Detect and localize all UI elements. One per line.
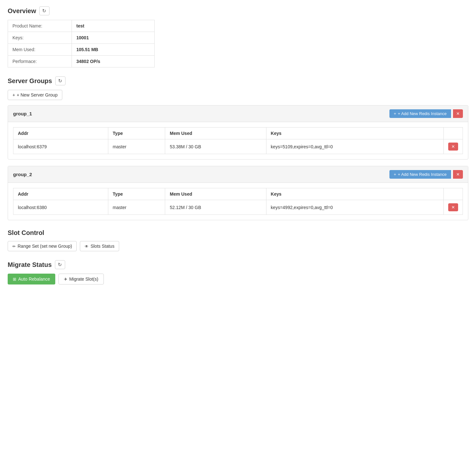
instance-table-wrap-group_2: AddrTypeMem UsedKeys localhost:6380 mast… [8, 183, 468, 220]
server-groups-title: Server Groups [8, 77, 52, 85]
table-row: localhost:6379 master 53.38M / 30 GB key… [13, 139, 463, 154]
overview-row: Mem Used: 105.51 MB [8, 44, 155, 56]
slot-control-section: Slot Control Range Set (set new Group) S… [8, 229, 468, 251]
table-column-header: Mem Used [165, 188, 266, 200]
table-column-header: Keys [266, 188, 443, 200]
overview-row-value: 10001 [72, 32, 155, 44]
delete-group-button[interactable] [453, 109, 463, 118]
delete-instance-button[interactable] [448, 143, 458, 151]
instance-addr: localhost:6380 [13, 200, 108, 215]
overview-row-label: Mem Used: [8, 44, 72, 56]
times-icon [456, 111, 460, 116]
overview-row-value: 34802 OP/s [72, 56, 155, 67]
instance-table-wrap-group_1: AddrTypeMem UsedKeys localhost:6379 mast… [8, 122, 468, 159]
group-card-group_2: group_2 + Add New Redis Instance AddrTyp… [8, 166, 468, 220]
slots-status-label: Slots Status [90, 244, 114, 249]
range-set-label: Range Set (set new Group) [18, 244, 72, 249]
server-groups-refresh-button[interactable] [55, 76, 65, 85]
group-name-group_2: group_2 [13, 172, 32, 177]
instance-mem-used: 52.12M / 30 GB [165, 200, 266, 215]
table-column-header: Keys [266, 128, 443, 139]
add-redis-instance-button[interactable]: + Add New Redis Instance [389, 109, 451, 118]
table-column-header: Type [108, 188, 165, 200]
instance-action-cell [444, 200, 463, 215]
group-name-group_1: group_1 [13, 111, 32, 116]
slot-control-buttons: Range Set (set new Group) Slots Status [8, 241, 468, 251]
server-groups-header: Server Groups [8, 76, 468, 85]
slot-control-title: Slot Control [8, 229, 44, 237]
times-icon [451, 144, 455, 149]
groups-container: group_1 + Add New Redis Instance AddrTyp… [8, 105, 468, 220]
table-row: localhost:6380 master 52.12M / 30 GB key… [13, 200, 463, 215]
overview-row: Product Name: test [8, 20, 155, 32]
overview-table: Product Name: test Keys: 10001 Mem Used:… [8, 20, 155, 67]
slot-control-header: Slot Control [8, 229, 468, 237]
slots-status-button[interactable]: Slots Status [80, 241, 119, 251]
table-column-header: Addr [13, 128, 108, 139]
instance-addr: localhost:6379 [13, 139, 108, 154]
group-actions-group_1: + Add New Redis Instance [389, 109, 463, 118]
overview-row: Performace: 34802 OP/s [8, 56, 155, 67]
group-header-group_1: group_1 + Add New Redis Instance [8, 105, 468, 122]
instance-keys: keys=4992,expires=0,avg_ttl=0 [266, 200, 443, 215]
instance-mem-used: 53.38M / 30 GB [165, 139, 266, 154]
instance-keys: keys=5109,expires=0,avg_ttl=0 [266, 139, 443, 154]
delete-instance-button[interactable] [448, 203, 458, 211]
overview-section: Overview Product Name: test Keys: 10001 … [8, 6, 468, 67]
instance-table-group_1: AddrTypeMem UsedKeys localhost:6379 mast… [13, 127, 463, 154]
overview-row-label: Product Name: [8, 20, 72, 32]
overview-row: Keys: 10001 [8, 32, 155, 44]
refresh-icon [42, 8, 46, 14]
add-redis-instance-button[interactable]: + Add New Redis Instance [389, 170, 451, 179]
group-card-group_1: group_1 + Add New Redis Instance AddrTyp… [8, 105, 468, 160]
refresh-icon [58, 78, 62, 84]
migrate-status-header: Migrate Status [8, 260, 468, 269]
delete-group-button[interactable] [453, 170, 463, 179]
table-column-header: Addr [13, 188, 108, 200]
instance-type: master [108, 200, 165, 215]
pencil-icon [12, 244, 16, 249]
range-set-button[interactable]: Range Set (set new Group) [8, 241, 77, 251]
group-actions-group_2: + Add New Redis Instance [389, 170, 463, 179]
overview-header: Overview [8, 6, 468, 15]
overview-row-value: 105.51 MB [72, 44, 155, 56]
times-icon [456, 172, 460, 177]
server-groups-section: Server Groups + New Server Group group_1… [8, 76, 468, 220]
overview-row-value: test [72, 20, 155, 32]
migrate-status-title: Migrate Status [8, 261, 52, 269]
plane-icon [64, 276, 67, 282]
auto-rebalance-label: Auto Rebalance [18, 276, 50, 282]
overview-row-label: Performace: [8, 56, 72, 67]
refresh-icon [58, 262, 62, 268]
plus-icon [394, 111, 396, 116]
plus-icon [394, 172, 396, 177]
instance-type: master [108, 139, 165, 154]
table-column-header [444, 188, 463, 200]
table-column-header: Type [108, 128, 165, 139]
new-server-group-button[interactable]: + New Server Group [8, 90, 62, 100]
migrate-status-refresh-button[interactable] [55, 260, 65, 269]
times-icon [451, 205, 455, 210]
group-header-group_2: group_2 + Add New Redis Instance [8, 166, 468, 183]
eye-icon [85, 244, 88, 249]
overview-title: Overview [8, 7, 36, 15]
grid-icon [13, 276, 16, 282]
add-redis-label: + Add New Redis Instance [398, 172, 447, 177]
add-redis-label: + Add New Redis Instance [398, 111, 447, 116]
migrate-slot-button[interactable]: Migrate Slot(s) [58, 274, 104, 284]
auto-rebalance-button[interactable]: Auto Rebalance [8, 274, 55, 284]
migrate-status-section: Migrate Status Auto Rebalance Migrate Sl… [8, 260, 468, 284]
table-column-header: Mem Used [165, 128, 266, 139]
instance-action-cell [444, 139, 463, 154]
new-group-label: + New Server Group [17, 92, 58, 97]
overview-refresh-button[interactable] [39, 6, 50, 15]
migrate-buttons: Auto Rebalance Migrate Slot(s) [8, 274, 468, 284]
table-column-header [444, 128, 463, 139]
instance-table-group_2: AddrTypeMem UsedKeys localhost:6380 mast… [13, 188, 463, 215]
overview-row-label: Keys: [8, 32, 72, 44]
plus-icon [12, 92, 15, 97]
migrate-slot-label: Migrate Slot(s) [69, 276, 98, 282]
